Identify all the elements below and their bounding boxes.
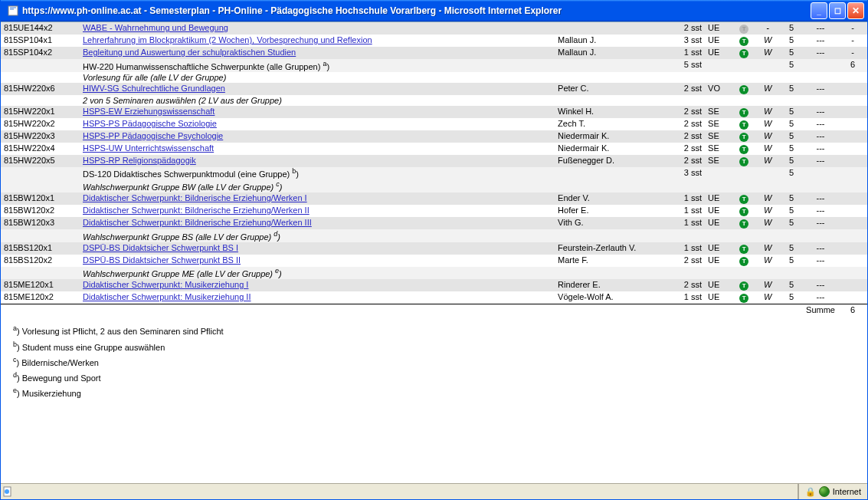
table-row: 815UE144x2 WABE - Wahrnehmung und Bewegu…: [1, 22, 867, 35]
course-code: 815UE144x2: [1, 22, 80, 35]
table-row: 815SP104x1 Lehrerfahrung im Blockpraktik…: [1, 35, 867, 47]
table-row: 815BS120x2 DSPÜ-BS Didaktsicher Schwerpu…: [1, 255, 867, 267]
status-bar: 🔒 Internet: [1, 483, 867, 499]
footnote-a: Vorlesung ist Pflicht, 2 aus den Seminar…: [22, 327, 224, 336]
status-dot-icon: T: [739, 120, 748, 130]
maximize-button[interactable]: ☐: [829, 2, 846, 19]
module-header: DS-120 Didaktisches Schwerpunktmodul (ei…: [1, 167, 867, 180]
table-row: 815HW220x5 HSPS-RP Religionspädagogik Fu…: [1, 155, 867, 167]
page-icon: [2, 486, 13, 497]
status-dot-icon: T: [739, 133, 748, 142]
table-row: 815BW120x2 Didaktischer Schwerpunkt: Bil…: [1, 205, 867, 217]
footnote-e: Musikerziehung: [22, 389, 81, 398]
course-link[interactable]: HSPS-PP Pädagogische Psychologie: [83, 131, 223, 140]
page-body[interactable]: 815UE144x2 WABE - Wahrnehmung und Bewegu…: [1, 22, 867, 483]
w-col: -: [755, 22, 780, 35]
browser-window: https://www.ph-online.ac.at - Semesterpl…: [0, 0, 868, 500]
course-link[interactable]: HSPS-UW Unterrichtswissenschaft: [83, 143, 214, 153]
group-header: Wahlschwerpunkt Gruppe ME (alle LV der G…: [1, 267, 867, 280]
group-header: Wahlschwerpunkt Gruppe BW (alle LV der G…: [1, 179, 867, 192]
status-dot-icon: T: [739, 25, 748, 34]
table-row: 815BS120x1 DSPÜ-BS Didaktsicher Schwerpu…: [1, 242, 867, 255]
semester-table: 815UE144x2 WABE - Wahrnehmung und Bewegu…: [1, 22, 867, 315]
course-type: UE: [705, 22, 732, 35]
course-link[interactable]: Didaktischer Schwerpunkt: Bildnerische E…: [83, 218, 312, 227]
sum-value: 6: [838, 304, 867, 316]
table-row: 815BW120x1 Didaktischer Schwerpunkt: Bil…: [1, 192, 867, 205]
sum-label: Summe: [803, 304, 838, 316]
course-link[interactable]: HSPS-EW Erziehungswissenschaft: [83, 107, 215, 116]
status-dot-icon: T: [739, 157, 748, 166]
globe-icon: [819, 486, 830, 497]
course-link[interactable]: HSPS-PS Pädagogische Soziologie: [83, 119, 217, 128]
table-row: 815HW220x6 HIWV-SG Schulrechtliche Grund…: [1, 83, 867, 95]
course-link[interactable]: Lehrerfahrung im Blockpraktikum (2 Woche…: [83, 35, 372, 44]
status-dot-icon: T: [739, 195, 748, 204]
status-dot-icon: T: [739, 281, 748, 291]
module-header: HW-220 Humanwissenschaftliche Schwerpunk…: [1, 59, 867, 72]
minimize-button[interactable]: _: [811, 2, 827, 19]
table-row: 815BW120x3 Didaktischer Schwerpunkt: Bil…: [1, 217, 867, 229]
footnotes: a) Vorlesung ist Pflicht, 2 aus den Semi…: [1, 315, 867, 403]
status-dot-icon: T: [739, 49, 748, 58]
course-link[interactable]: DSPÜ-BS Didaktsicher Schwerpunkt BS II: [83, 255, 241, 265]
ie-icon: [7, 5, 19, 17]
table-row: 815HW220x2 HSPS-PS Pädagogische Soziolog…: [1, 118, 867, 130]
group-note: Vorlesung für alle (alle LV der Gruppe): [1, 72, 867, 83]
status-dot-icon: T: [739, 245, 748, 254]
status-dot-icon: T: [739, 207, 748, 216]
footnote-b: Student muss eine Gruppe auswählen: [22, 342, 165, 351]
course-link[interactable]: Didaktischer Schwerpunkt: Musikerziehung…: [83, 280, 248, 289]
course-link[interactable]: HIWV-SG Schulrechtliche Grundlagen: [83, 84, 225, 93]
status-dot-icon: T: [739, 294, 748, 303]
grade-col: 5: [780, 22, 803, 35]
group-note: 2 von 5 Seminaren auswählen (2 LV aus de…: [1, 95, 867, 106]
course-link[interactable]: WABE - Wahrnehmung und Bewegung: [83, 23, 228, 32]
status-dot-icon: T: [739, 37, 748, 46]
module-title: HW-220 Humanwissenschaftliche Schwerpunk…: [83, 62, 329, 71]
footnote-d: Bewegung und Sport: [22, 373, 101, 383]
content-area: 815UE144x2 WABE - Wahrnehmung und Bewegu…: [1, 21, 867, 483]
table-row: 815SP104x2 Begleitung und Auswertung der…: [1, 47, 867, 59]
status-dot-icon: T: [739, 219, 748, 229]
last-col: -: [838, 22, 867, 35]
table-row: 815HW220x3 HSPS-PP Pädagogische Psycholo…: [1, 130, 867, 143]
title-bar: https://www.ph-online.ac.at - Semesterpl…: [1, 0, 867, 21]
status-dot-icon: T: [739, 145, 748, 154]
window-title: https://www.ph-online.ac.at - Semesterpl…: [22, 5, 811, 16]
course-link[interactable]: Didaktischer Schwerpunkt: Bildnerische E…: [83, 193, 307, 202]
table-row: 815ME120x1 Didaktischer Schwerpunkt: Mus…: [1, 279, 867, 291]
lecturer: [555, 22, 668, 35]
svg-point-2: [5, 489, 9, 494]
sum-row: Summe 6: [1, 304, 867, 316]
security-zone: 🔒 Internet: [798, 484, 867, 499]
course-link[interactable]: Didaktischer Schwerpunkt: Bildnerische E…: [83, 206, 310, 215]
lock-icon: 🔒: [805, 487, 816, 497]
table-row: 815HW220x1 HSPS-EW Erziehungswissenschaf…: [1, 106, 867, 118]
course-link[interactable]: Begleitung und Auswertung der schulprakt…: [83, 48, 296, 57]
course-link[interactable]: DSPÜ-BS Didaktsicher Schwerpunkt BS I: [83, 243, 238, 252]
zone-label: Internet: [833, 487, 861, 496]
group-header: Wahlschwerpunkt Gruppe BS (alle LV der G…: [1, 229, 867, 242]
status-dot-icon: T: [739, 85, 748, 94]
course-link[interactable]: Didaktischer Schwerpunkt: Musikerziehung…: [83, 292, 251, 301]
footnote-c: Bildernische/Werken: [21, 357, 99, 367]
sst: 2 sst: [668, 22, 705, 35]
dash-col: ---: [803, 22, 838, 35]
table-row: 815ME120x2 Didaktischer Schwerpunkt: Mus…: [1, 291, 867, 304]
window-buttons: _ ☐ ✕: [811, 2, 864, 19]
table-row: 815HW220x4 HSPS-UW Unterrichtswissenscha…: [1, 143, 867, 155]
status-dot-icon: T: [739, 108, 748, 117]
close-button[interactable]: ✕: [847, 2, 864, 19]
status-dot-icon: T: [739, 257, 748, 266]
course-link[interactable]: HSPS-RP Religionspädagogik: [83, 156, 196, 165]
